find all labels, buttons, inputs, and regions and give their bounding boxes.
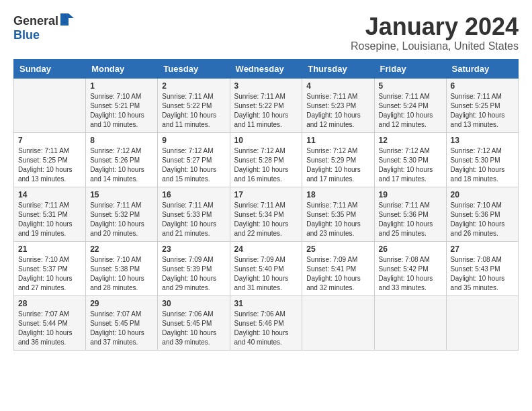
day-info: Sunrise: 7:11 AMSunset: 5:36 PMDaylight:… [379,201,442,238]
calendar-cell: 11Sunrise: 7:12 AMSunset: 5:29 PMDayligh… [302,132,374,187]
weekday-header: Monday [86,59,158,78]
calendar-cell: 19Sunrise: 7:11 AMSunset: 5:36 PMDayligh… [374,187,446,241]
title-area: January 2024 Rosepine, Louisiana, United… [351,13,519,52]
calendar-cell [14,78,86,132]
weekday-header: Sunday [14,59,86,78]
day-number: 16 [162,190,225,199]
day-info: Sunrise: 7:12 AMSunset: 5:26 PMDaylight:… [90,146,153,184]
day-info: Sunrise: 7:11 AMSunset: 5:25 PMDaylight:… [451,92,514,130]
day-info: Sunrise: 7:07 AMSunset: 5:45 PMDaylight:… [90,310,153,347]
day-number: 17 [234,190,298,199]
day-info: Sunrise: 7:06 AMSunset: 5:46 PMDaylight:… [234,310,298,347]
day-info: Sunrise: 7:09 AMSunset: 5:39 PMDaylight:… [162,255,225,293]
location-title: Rosepine, Louisiana, United States [351,40,519,52]
logo-icon [60,13,74,29]
day-info: Sunrise: 7:12 AMSunset: 5:29 PMDaylight:… [306,146,369,184]
day-info: Sunrise: 7:07 AMSunset: 5:44 PMDaylight:… [18,310,81,347]
page-header: General Blue January 2024 Rosepine, Loui… [13,13,519,52]
day-number: 4 [306,81,369,91]
day-number: 5 [379,81,442,91]
calendar-cell: 22Sunrise: 7:10 AMSunset: 5:38 PMDayligh… [86,241,158,295]
calendar-week-row: 1Sunrise: 7:10 AMSunset: 5:21 PMDaylight… [14,78,519,132]
day-info: Sunrise: 7:06 AMSunset: 5:45 PMDaylight:… [162,310,225,347]
day-info: Sunrise: 7:08 AMSunset: 5:43 PMDaylight:… [451,255,514,293]
day-number: 31 [234,299,298,308]
day-number: 10 [234,136,298,145]
day-info: Sunrise: 7:12 AMSunset: 5:30 PMDaylight:… [379,146,442,184]
calendar-cell: 16Sunrise: 7:11 AMSunset: 5:33 PMDayligh… [158,187,230,241]
day-info: Sunrise: 7:11 AMSunset: 5:22 PMDaylight:… [234,92,298,130]
day-number: 18 [306,190,369,199]
day-info: Sunrise: 7:09 AMSunset: 5:41 PMDaylight:… [306,255,369,293]
calendar-cell [302,295,374,350]
day-number: 21 [18,244,81,254]
day-number: 29 [90,299,153,308]
day-info: Sunrise: 7:11 AMSunset: 5:31 PMDaylight:… [18,201,81,238]
calendar-cell: 4Sunrise: 7:11 AMSunset: 5:23 PMDaylight… [302,78,374,132]
calendar-cell: 2Sunrise: 7:11 AMSunset: 5:22 PMDaylight… [158,78,230,132]
logo-general: General [13,15,58,28]
day-info: Sunrise: 7:11 AMSunset: 5:32 PMDaylight:… [90,201,153,238]
day-number: 25 [306,244,369,254]
weekday-header: Tuesday [158,59,230,78]
calendar-cell: 5Sunrise: 7:11 AMSunset: 5:24 PMDaylight… [374,78,446,132]
weekday-header: Thursday [302,59,374,78]
day-number: 27 [451,244,514,254]
day-number: 11 [306,136,369,145]
day-number: 7 [18,136,81,145]
calendar-cell: 25Sunrise: 7:09 AMSunset: 5:41 PMDayligh… [302,241,374,295]
calendar-table: SundayMondayTuesdayWednesdayThursdayFrid… [13,59,519,351]
calendar-cell [446,295,518,350]
day-info: Sunrise: 7:08 AMSunset: 5:42 PMDaylight:… [379,255,442,293]
calendar-cell: 6Sunrise: 7:11 AMSunset: 5:25 PMDaylight… [446,78,518,132]
day-number: 23 [162,244,225,254]
calendar-cell: 9Sunrise: 7:12 AMSunset: 5:27 PMDaylight… [158,132,230,187]
calendar-cell: 17Sunrise: 7:11 AMSunset: 5:34 PMDayligh… [230,187,302,241]
calendar-cell: 7Sunrise: 7:11 AMSunset: 5:25 PMDaylight… [14,132,86,187]
calendar-cell: 10Sunrise: 7:12 AMSunset: 5:28 PMDayligh… [230,132,302,187]
day-number: 22 [90,244,153,254]
calendar-cell [374,295,446,350]
calendar-cell: 23Sunrise: 7:09 AMSunset: 5:39 PMDayligh… [158,241,230,295]
day-number: 26 [379,244,442,254]
calendar-cell: 8Sunrise: 7:12 AMSunset: 5:26 PMDaylight… [86,132,158,187]
day-number: 19 [379,190,442,199]
calendar-cell: 1Sunrise: 7:10 AMSunset: 5:21 PMDaylight… [86,78,158,132]
logo-blue: Blue [13,29,40,42]
calendar-cell: 12Sunrise: 7:12 AMSunset: 5:30 PMDayligh… [374,132,446,187]
calendar-cell: 24Sunrise: 7:09 AMSunset: 5:40 PMDayligh… [230,241,302,295]
calendar-week-row: 28Sunrise: 7:07 AMSunset: 5:44 PMDayligh… [14,295,519,350]
calendar-cell: 18Sunrise: 7:11 AMSunset: 5:35 PMDayligh… [302,187,374,241]
day-info: Sunrise: 7:10 AMSunset: 5:37 PMDaylight:… [18,255,81,293]
calendar-header-row: SundayMondayTuesdayWednesdayThursdayFrid… [14,59,519,78]
calendar-week-row: 21Sunrise: 7:10 AMSunset: 5:37 PMDayligh… [14,241,519,295]
calendar-cell: 3Sunrise: 7:11 AMSunset: 5:22 PMDaylight… [230,78,302,132]
day-number: 6 [451,81,514,91]
calendar-cell: 15Sunrise: 7:11 AMSunset: 5:32 PMDayligh… [86,187,158,241]
calendar-cell: 27Sunrise: 7:08 AMSunset: 5:43 PMDayligh… [446,241,518,295]
day-number: 20 [451,190,514,199]
day-info: Sunrise: 7:11 AMSunset: 5:34 PMDaylight:… [234,201,298,238]
day-number: 24 [234,244,298,254]
month-title: January 2024 [351,13,519,40]
weekday-header: Friday [374,59,446,78]
day-number: 1 [90,81,153,91]
calendar-cell: 29Sunrise: 7:07 AMSunset: 5:45 PMDayligh… [86,295,158,350]
calendar-cell: 14Sunrise: 7:11 AMSunset: 5:31 PMDayligh… [14,187,86,241]
day-info: Sunrise: 7:11 AMSunset: 5:22 PMDaylight:… [162,92,225,130]
day-info: Sunrise: 7:10 AMSunset: 5:38 PMDaylight:… [90,255,153,293]
day-number: 30 [162,299,225,308]
day-number: 14 [18,190,81,199]
day-info: Sunrise: 7:11 AMSunset: 5:24 PMDaylight:… [379,92,442,130]
logo: General Blue [13,13,74,42]
day-number: 12 [379,136,442,145]
day-number: 28 [18,299,81,308]
calendar-week-row: 7Sunrise: 7:11 AMSunset: 5:25 PMDaylight… [14,132,519,187]
day-number: 9 [162,136,225,145]
calendar-cell: 26Sunrise: 7:08 AMSunset: 5:42 PMDayligh… [374,241,446,295]
weekday-header: Wednesday [230,59,302,78]
day-info: Sunrise: 7:11 AMSunset: 5:33 PMDaylight:… [162,201,225,238]
svg-marker-0 [60,13,74,26]
calendar-cell: 28Sunrise: 7:07 AMSunset: 5:44 PMDayligh… [14,295,86,350]
weekday-header: Saturday [446,59,518,78]
